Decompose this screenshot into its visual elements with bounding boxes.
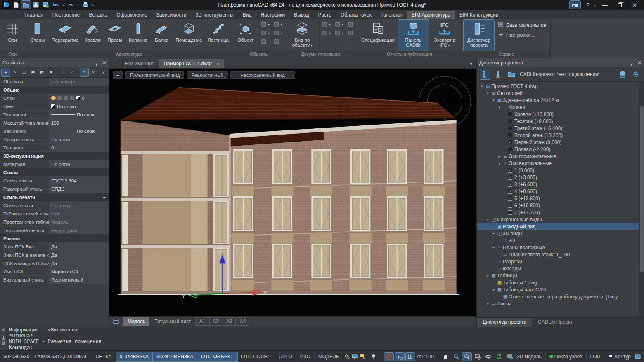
highlight-tool[interactable]: ↖ [80,68,88,76]
tree-item-2-3-000[interactable]: ✓2 (+3.000) [477,174,644,181]
property-value[interactable]: Да [49,251,109,259]
tree-item-4-9-600[interactable]: ✓4 (+9.600) [477,188,644,195]
select-tool[interactable]: ↖ [11,68,19,76]
doc-tool[interactable] [347,21,354,28]
tree-item-пример-гост-4-dwg[interactable]: ▾▤Пример ГОСТ 4.dwg [477,83,644,90]
tree-checkbox[interactable]: ✓ [508,189,512,194]
tree-item-сетки-осей[interactable]: ▾▦Сетки осей [477,90,644,97]
tree-item-исходный-вид[interactable]: ▣Исходный вид [477,223,644,230]
drawing-viewport[interactable]: +Пользовательский видРеалистичный--- нес… [109,69,476,316]
menu-tab-настройки[interactable]: Настройки [256,11,289,19]
zoom-icon[interactable] [452,353,461,361]
menu-tab-облака-точек[interactable]: Облака точек [336,11,376,19]
property-value[interactable]: 0 [49,94,109,102]
tree-checkbox[interactable]: ✓ [508,203,512,208]
tree-expander-icon[interactable]: ▾ [491,232,496,236]
tree-item-планы-поэтажные[interactable]: ▾▱Планы поэтажные [477,244,644,251]
monitor-icon[interactable] [351,353,358,361]
app-logo-icon[interactable] [2,1,11,9]
doc-tool[interactable]: ▾ [321,21,331,28]
save-all-icon[interactable] [41,1,50,9]
tree-item-листы[interactable]: ▾▭Листы [477,300,644,307]
layout-tab-a3[interactable]: A3 [223,317,236,326]
ribbon-button-кровля[interactable]: Кровля [82,20,103,51]
ribbon-button-колонна[interactable]: Колонна [126,20,150,51]
tree-expander-icon[interactable]: ▾ [479,84,485,88]
close-icon[interactable]: ✕ [102,60,107,65]
layer-freeze-icon[interactable] [57,96,62,100]
tree-item-второй-этаж-3-200[interactable]: Второй этаж (+3.200) [477,132,644,139]
status-toggle-шаг[interactable]: ШАГ [73,352,92,361]
property-value[interactable]: Реалистичный [49,276,109,284]
model-mode-label[interactable]: 3D модель [516,354,542,360]
tree-item-здание-шаблон-24x12-м[interactable]: ▾▦Здание-шаблон 24x12 м [477,97,644,104]
panel-tab-cadlib-проект[interactable]: CADLib Проект [532,318,578,327]
apply-tool[interactable]: ✓ [68,68,76,76]
properties-section-3d-визуализация[interactable]: 3D-визуализация− [0,152,109,160]
objects-tool[interactable]: ▾ [273,29,282,37]
command-history[interactable]: Информация : <Включено>*Отмена*NBIM_SPAC… [7,327,644,350]
tree-expander-icon[interactable]: ▾ [491,246,496,250]
tree-expander-icon[interactable]: ▾ [485,302,490,306]
ribbon-button-диспетчер-проекта[interactable]: Диспетчер проекта [464,20,494,51]
tree-item-подвал-2-200[interactable]: Подвал (-2.200) [477,146,644,153]
deselect-tool[interactable]: × [89,68,97,76]
close-icon[interactable]: ✕ [637,60,642,65]
tree-item-3d-виды[interactable]: ▾◫3D виды [477,230,644,237]
close-icon[interactable]: ✕ [2,328,5,332]
tree-expander-icon[interactable]: ▾ [491,288,496,292]
ribbon-button-помещение[interactable]: Помещение [173,20,204,51]
tab-close-icon[interactable]: × [216,61,219,66]
tree-item-оси-горизонтальные[interactable]: ▸≡Оси горизонтальные [477,153,644,160]
ribbon-button-стены[interactable]: Стены [27,20,48,51]
crossing-select-tool[interactable]: ▣ [29,68,37,76]
property-value[interactable]: По слою [49,102,109,110]
tree-item-таблицы[interactable]: ▾▦Таблицы [477,272,644,279]
layout-list-icon[interactable] [112,318,120,325]
tree-checkbox[interactable] [508,147,512,151]
layout-tab-a2[interactable]: A2 [209,317,222,326]
tree-expander-icon[interactable]: ▸ [497,154,502,159]
ribbon-button-объект[interactable]: Объект [235,20,256,51]
property-value[interactable]: Мировая СК [49,267,109,275]
add-viewport-button[interactable]: + [113,71,123,79]
ribbon-button-настройки[interactable]: Настройки... [498,31,546,39]
status-toggle-отс-поляр[interactable]: ОТС-ПОЛЯР [237,352,275,361]
tree-checkbox[interactable]: ✓ [508,182,512,187]
tree-expander-icon[interactable]: ▾ [485,91,490,95]
status-toggle-отс-объект[interactable]: ОТС-ОБЪЕКТ [197,352,237,361]
collapse-icon[interactable]: − [103,236,109,241]
collapse-icon[interactable]: − [103,154,109,159]
menu-tab-3d-инструменты[interactable]: 3D-инструменты [191,11,238,19]
tree-item-3-6-600[interactable]: ✓3 (+6.600) [477,181,644,188]
redo-icon[interactable] [66,1,75,9]
tree-item-3d[interactable]: □3D [477,237,644,244]
property-value[interactable]: Нет набора [49,78,109,85]
lod-toggle[interactable]: LOD [590,354,601,360]
annotation-scale[interactable]: m1:100 [417,354,435,360]
properties-section-стили[interactable]: Стили− [0,168,109,177]
tree-scrollbar-thumb[interactable] [640,106,644,272]
panel-tab-диспетчер-проекта[interactable]: Диспетчер проекта [477,318,532,327]
layout-tab-модель[interactable]: Модель [123,317,149,326]
zoom-window-icon[interactable] [462,353,471,361]
objects-tool[interactable]: ▾ [260,29,270,37]
help-icon[interactable]: ? [99,68,107,76]
property-value[interactable]: СПДС [49,185,109,193]
project-settings-gear-icon[interactable] [631,69,641,79]
tree-checkbox[interactable] [508,126,512,130]
ribbon-button-проем[interactable]: Проем [104,20,125,51]
interface-mode-icon[interactable] [570,1,580,9]
status-toggle-изо[interactable]: ИЗО [296,352,315,361]
tree-item-ответственные-за-разработку-документа-титу[interactable]: ▦Ответственные за разработку документа: … [477,293,644,300]
new-file-icon[interactable] [12,1,21,9]
filter-tool[interactable]: ▼ [47,68,55,76]
print-icon[interactable] [81,1,90,9]
dynamic-ucs-icon[interactable] [406,353,415,361]
tree-expander-icon[interactable]: ▾ [491,98,496,102]
project-info-icon[interactable] [493,69,503,79]
tree-item-1-0-000[interactable]: ✓1 (0.000) [477,167,644,174]
tree-item-третий-этаж-6-400[interactable]: Третий этаж (+6.400) [477,125,644,132]
qat-customize-caret-icon[interactable]: ≡▾ [91,3,95,7]
tree-expander-icon[interactable]: ▾ [485,218,490,222]
